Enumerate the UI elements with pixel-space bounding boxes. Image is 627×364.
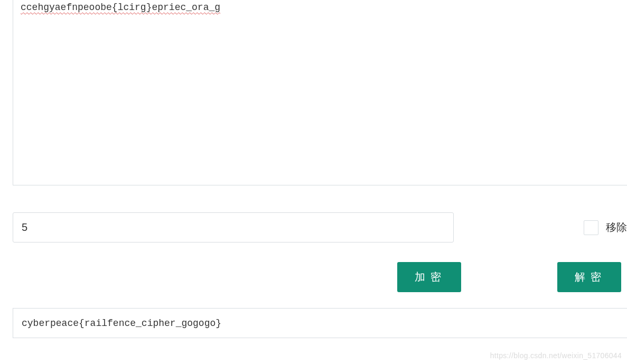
decrypt-button[interactable]: 解密: [557, 262, 621, 292]
ciphertext-input[interactable]: ccehgyaefnpeoobe{lcirg}epriec_ora_g: [13, 0, 627, 185]
encrypt-button[interactable]: 加密: [397, 262, 461, 292]
remove-checkbox-label: 移除: [606, 220, 627, 235]
watermark-text: https://blog.csdn.net/weixin_51706044: [490, 351, 622, 360]
remove-checkbox[interactable]: [584, 220, 598, 235]
remove-option: 移除: [584, 220, 627, 235]
plaintext-output[interactable]: [13, 308, 627, 338]
key-input[interactable]: [13, 212, 454, 242]
action-buttons-row: 加密 解密: [13, 262, 627, 292]
key-row: 移除: [13, 212, 627, 242]
